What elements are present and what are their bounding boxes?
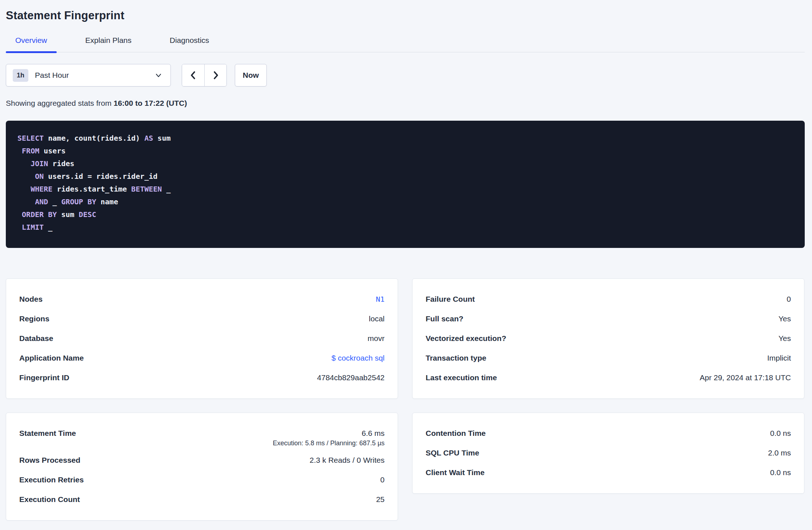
prev-time-button[interactable] [182,64,204,86]
card-row: Contention Time0.0 ns [426,423,791,443]
card-row: Statement Time6.6 msExecution: 5.8 ms / … [19,423,385,450]
row-label: Regions [19,309,49,329]
row-label: Vectorized execution? [426,329,506,348]
row-label: Application Name [19,348,84,368]
row-value-group: 0 [787,289,791,309]
sql-token-text: _ [162,185,170,193]
card-row: Fingerprint ID4784cb829aab2542 [19,368,385,388]
time-range-badge: 1h [13,69,28,82]
summary-cards: NodesN1RegionslocalDatabasemovrApplicati… [6,278,805,521]
sql-token-text: name, count(rides.id) [44,134,144,142]
row-value-group: 0.0 ns [770,423,791,443]
row-label: Transaction type [426,348,486,368]
sql-line: LIMIT _ [17,221,793,234]
sql-line: ON users.id = rides.rider_id [17,170,793,183]
sql-token-text [17,172,35,181]
row-value: 0 [787,295,791,303]
tab-explain-plans[interactable]: Explain Plans [76,36,141,52]
card-statement-time: Statement Time6.6 msExecution: 5.8 ms / … [6,413,398,521]
row-value: 2.0 ms [768,449,791,457]
page-title: Statement Fingerprint [6,0,805,22]
sql-line: AND _ GROUP BY name [17,196,793,208]
aggregation-summary-prefix: Showing aggregated stats from [6,99,114,107]
sql-token-text [17,210,22,219]
time-range-value: Past Hour [35,71,69,80]
sql-line: FROM users [17,145,793,157]
row-value-group: 4784cb829aab2542 [317,368,385,388]
sql-token-text: rides.start_time [52,185,131,193]
sql-token-keyword: DESC [79,210,96,219]
sql-token-keyword: AS [144,134,153,142]
sql-token-keyword: JOIN [31,159,48,168]
card-row: Vectorized execution?Yes [426,329,791,348]
row-label: SQL CPU Time [426,443,479,463]
row-label: Database [19,329,53,348]
card-row: Full scan?Yes [426,309,791,329]
sql-token-keyword: AND [35,197,48,206]
row-value: 25 [376,495,385,503]
card-row: Transaction typeImplicit [426,348,791,368]
sql-token-keyword: WHERE [31,185,52,193]
sql-token-text [17,197,35,206]
row-value-group: 25 [376,490,385,509]
sql-token-text: sum [153,134,170,142]
now-button[interactable]: Now [235,64,267,87]
row-value: 0.0 ns [770,468,791,477]
sql-token-text: _ [48,197,61,206]
row-value: 0.0 ns [770,429,791,437]
sql-token-keyword: FROM [22,146,39,155]
card-row: Regionslocal [19,309,385,329]
row-value-group: Implicit [767,348,791,368]
chevron-right-icon [211,70,220,80]
row-label: Rows Processed [19,450,80,470]
sql-token-text: name [96,197,118,206]
row-value: 0 [380,475,385,484]
sql-token-text [17,185,31,193]
sql-token-keyword: LIMIT [22,223,44,232]
tab-overview[interactable]: Overview [6,36,57,52]
next-time-button[interactable] [204,64,226,86]
card-row: Execution Count25 [19,490,385,509]
row-value: local [369,314,385,323]
row-value: Apr 29, 2024 at 17:18 UTC [700,373,791,382]
card-row: Execution Retries0 [19,470,385,490]
row-value-group: N1 [376,289,385,309]
tab-diagnostics[interactable]: Diagnostics [160,36,219,52]
sql-token-keyword: ORDER BY [22,210,57,219]
sql-line: ORDER BY sum DESC [17,208,793,221]
sql-token-text: rides [48,159,74,168]
sql-token-keyword: SELECT [17,134,44,142]
card-row: Last execution timeApr 29, 2024 at 17:18… [426,368,791,388]
sql-line: SELECT name, count(rides.id) AS sum [17,132,793,145]
card-row: Client Wait Time0.0 ns [426,463,791,482]
chevron-left-icon [189,70,198,80]
sql-token-text [17,159,31,168]
row-label: Contention Time [426,423,486,443]
row-label: Failure Count [426,289,475,309]
statement-fingerprint-page: Statement Fingerprint Overview Explain P… [0,0,812,521]
sql-token-text: users.id = rides.rider_id [44,172,157,181]
row-value-group: Yes [779,309,791,329]
card-row: Databasemovr [19,329,385,348]
row-value-group: 6.6 msExecution: 5.8 ms / Planning: 687.… [273,423,385,450]
chevron-down-icon [154,71,162,79]
sql-token-text [17,146,22,155]
app-name-link[interactable]: $ cockroach sql [331,354,385,362]
row-label: Execution Retries [19,470,84,490]
card-wait-time: Contention Time0.0 nsSQL CPU Time2.0 msC… [412,413,804,494]
card-statement-details: NodesN1RegionslocalDatabasemovrApplicati… [6,278,398,399]
aggregation-summary-range: 16:00 to 17:22 (UTC) [114,99,187,107]
row-value: 2.3 k Reads / 0 Writes [310,456,385,464]
row-label: Last execution time [426,368,497,388]
time-step-buttons [182,64,227,87]
row-label: Fingerprint ID [19,368,69,388]
row-value-group: 2.3 k Reads / 0 Writes [310,450,385,470]
tab-bar: Overview Explain Plans Diagnostics [6,36,805,52]
time-range-dropdown[interactable]: 1h Past Hour [6,64,171,87]
row-value: movr [367,334,385,342]
sql-token-text: sum [57,210,79,219]
nodes-link[interactable]: N1 [376,295,385,304]
row-value: Yes [779,334,791,342]
row-value-group: movr [367,329,385,348]
row-value-group: Yes [779,329,791,348]
